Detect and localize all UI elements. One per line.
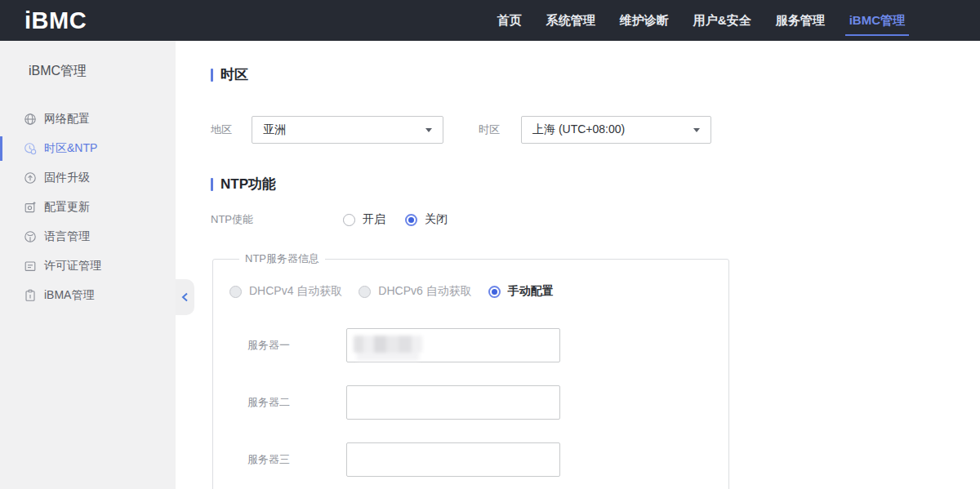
sidebar-item-license[interactable]: 许可证管理 <box>0 251 176 281</box>
sidebar-item-language[interactable]: 语言管理 <box>0 222 176 251</box>
timezone-select-value: 上海 (UTC+08:00) <box>532 122 625 137</box>
language-icon <box>24 230 37 243</box>
dhcpv4-auto-option: DHCPv4 自动获取 <box>229 284 342 299</box>
ntp-enable-off-option[interactable]: 关闭 <box>405 212 448 227</box>
chevron-down-icon <box>425 128 432 132</box>
server-one-label: 服务器一 <box>247 338 346 353</box>
timezone-section-title: 时区 <box>220 65 248 84</box>
sidebar-item-label: 网络配置 <box>44 112 90 127</box>
page-layout: iBMC管理 网络配置 时区&NTP <box>0 41 980 489</box>
ntp-server-group-legend: NTP服务器信息 <box>239 251 325 266</box>
sidebar-item-config-update[interactable]: 配置更新 <box>0 193 176 222</box>
nav-item-ibmc-management[interactable]: iBMC管理 <box>849 0 905 41</box>
network-icon <box>24 113 37 126</box>
dhcpv6-auto-label: DHCPv6 自动获取 <box>378 284 471 299</box>
timezone-select[interactable]: 上海 (UTC+08:00) <box>521 116 711 144</box>
chevron-left-icon <box>181 292 189 302</box>
dhcpv6-auto-option: DHCPv6 自动获取 <box>359 284 471 299</box>
ntp-server-mode-row: DHCPv4 自动获取 DHCPv6 自动获取 手动配置 <box>229 284 728 299</box>
ntp-server-group: NTP服务器信息 DHCPv4 自动获取 DHCPv6 自动获取 手动配置 服务… <box>212 251 729 489</box>
nav-item-service[interactable]: 服务管理 <box>776 0 825 41</box>
region-select[interactable]: 亚洲 <box>252 116 443 144</box>
manual-config-label: 手动配置 <box>508 284 554 299</box>
server-three-input[interactable] <box>346 442 560 477</box>
server-two-row: 服务器二 <box>229 385 728 420</box>
ibma-icon <box>24 289 37 302</box>
timezone-section-header: 时区 <box>211 65 980 84</box>
ntp-section-title: NTP功能 <box>220 175 276 193</box>
ntp-enable-row: NTP使能 开启 关闭 <box>211 212 980 227</box>
server-one-row: 服务器一 <box>229 328 728 362</box>
sidebar-title: iBMC管理 <box>29 63 176 80</box>
nav-item-home[interactable]: 首页 <box>497 0 522 41</box>
ntp-section-header: NTP功能 <box>211 175 980 193</box>
ntp-enable-label: NTP使能 <box>211 212 343 227</box>
sidebar-item-label: 时区&NTP <box>44 141 97 156</box>
server-three-row: 服务器三 <box>229 442 728 477</box>
nav-item-user-security[interactable]: 用户&安全 <box>693 0 751 41</box>
radio-disabled-icon <box>229 286 242 298</box>
firmware-upgrade-icon <box>24 171 37 184</box>
license-icon <box>24 260 37 273</box>
config-update-icon <box>24 201 37 214</box>
app-logo: iBMC <box>24 7 87 34</box>
ntp-enable-on-label: 开启 <box>363 212 385 227</box>
sidebar-item-label: 配置更新 <box>44 200 90 215</box>
top-navbar: iBMC 首页 系统管理 维护诊断 用户&安全 服务管理 iBMC管理 <box>0 0 980 41</box>
sidebar-collapse-button[interactable] <box>176 279 194 315</box>
sidebar-item-label: 语言管理 <box>44 229 90 244</box>
server-three-label: 服务器三 <box>247 452 346 467</box>
nav-item-system[interactable]: 系统管理 <box>546 0 595 41</box>
sidebar-item-network-config[interactable]: 网络配置 <box>0 104 176 134</box>
ntp-enable-off-label: 关闭 <box>425 212 448 227</box>
section-accent-bar <box>211 69 213 82</box>
manual-config-option[interactable]: 手动配置 <box>488 284 554 299</box>
section-accent-bar <box>211 178 213 191</box>
sidebar: iBMC管理 网络配置 时区&NTP <box>0 41 176 489</box>
sidebar-menu: 网络配置 时区&NTP 固件升级 <box>0 104 176 310</box>
server-one-input[interactable] <box>346 328 560 362</box>
radio-checked-icon[interactable] <box>488 286 501 298</box>
chevron-down-icon <box>693 128 700 132</box>
server-two-label: 服务器二 <box>247 395 346 410</box>
timezone-form-row: 地区 亚洲 时区 上海 (UTC+08:00) <box>211 116 980 144</box>
sidebar-item-timezone-ntp[interactable]: 时区&NTP <box>0 134 176 163</box>
radio-unchecked-icon[interactable] <box>343 214 355 226</box>
sidebar-item-label: 固件升级 <box>44 171 90 185</box>
radio-checked-icon[interactable] <box>405 214 417 226</box>
ntp-enable-on-option[interactable]: 开启 <box>343 212 385 227</box>
main-content: 时区 地区 亚洲 时区 上海 (UTC+08:00) NTP功能 NTP使能 开… <box>176 41 980 489</box>
sidebar-item-label: 许可证管理 <box>44 259 101 273</box>
region-select-value: 亚洲 <box>263 122 286 137</box>
dhcpv4-auto-label: DHCPv4 自动获取 <box>249 284 342 299</box>
sidebar-item-ibma[interactable]: iBMA管理 <box>0 281 176 310</box>
sidebar-item-label: iBMA管理 <box>44 288 94 303</box>
region-label: 地区 <box>211 122 252 137</box>
nav-item-maintenance[interactable]: 维护诊断 <box>620 0 669 41</box>
timezone-label: 时区 <box>479 122 521 137</box>
radio-disabled-icon <box>359 286 371 298</box>
sidebar-item-firmware-upgrade[interactable]: 固件升级 <box>0 163 176 193</box>
top-nav-menu: 首页 系统管理 维护诊断 用户&安全 服务管理 iBMC管理 <box>497 0 905 41</box>
timezone-icon <box>24 142 37 155</box>
server-two-input[interactable] <box>346 385 560 420</box>
